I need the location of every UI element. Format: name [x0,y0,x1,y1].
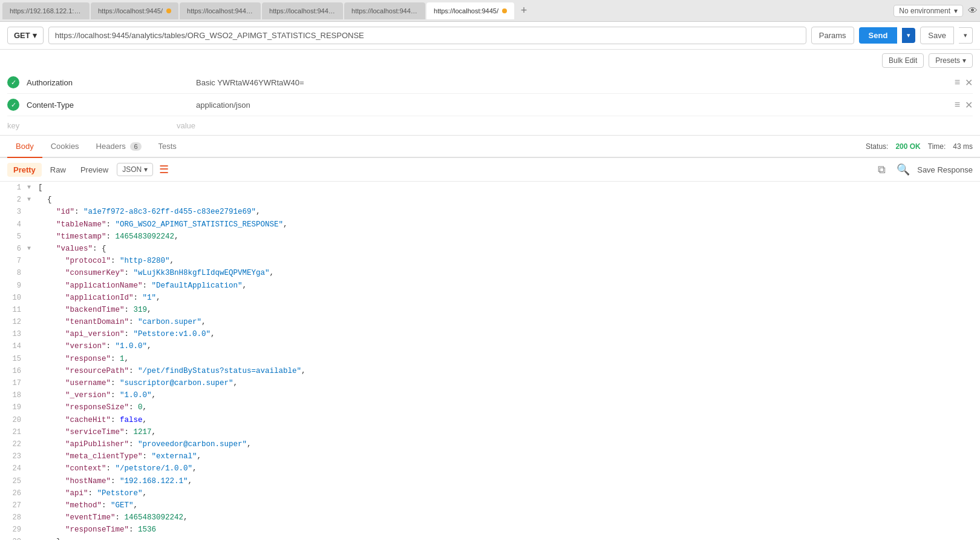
tab-6-dot [502,8,507,13]
send-dropdown-button[interactable]: ▾ [902,28,915,43]
method-label: GET [14,31,30,40]
bulk-edit-button[interactable]: Bulk Edit [882,53,924,68]
line-content-6: "values": { [37,243,980,255]
pretty-button[interactable]: Pretty [7,163,42,177]
method-selector[interactable]: GET ▾ [7,27,44,44]
line-number-26: 26 [0,487,27,499]
tabs-bar: https://192.168.122.1:824: https://local… [0,0,980,22]
copy-icon-button[interactable]: ⧉ [874,162,889,177]
line-arrow-27 [27,499,37,501]
save-dropdown-button[interactable]: ▾ [959,27,973,44]
line-content-20: "cacheHit": false, [37,414,980,426]
tab-5-label: https://localhost:9445/ana [351,7,418,15]
line-arrow-18 [27,389,37,390]
line-content-24: "context": "/petstore/1.0.0", [37,463,980,475]
code-line-8: 8 "consumerKey": "wLujKk3BnH8kgfLIdqwEQP… [0,267,980,279]
line-number-18: 18 [0,389,27,401]
line-arrow-11 [27,304,37,305]
code-line-5: 5 "timestamp": 1465483092242, [0,231,980,243]
line-arrow-8 [27,267,37,268]
code-line-22: 22 "apiPublisher": "proveedor@carbon.sup… [0,438,980,450]
line-content-3: "id": "a1e7f972-a8c3-62ff-d455-c83ee2791… [37,206,980,218]
content-type-check-icon[interactable]: ✓ [7,99,19,111]
raw-button[interactable]: Raw [44,163,72,177]
header-key-placeholder[interactable]: key [7,121,177,130]
code-line-24: 24 "context": "/petstore/1.0.0", [0,463,980,475]
content-type-close-icon[interactable]: ✕ [965,99,973,111]
line-arrow-1[interactable]: ▼ [27,182,37,193]
tabs-right: No environment ▾ 👁 [893,5,978,17]
env-selector[interactable]: No environment ▾ [893,5,963,17]
line-content-16: "resourcePath": "/pet/findByStatus?statu… [37,365,980,377]
time-label: Time: [928,142,946,151]
toolbar-right: ⧉ 🔍 Save Response [874,162,973,177]
line-arrow-30 [27,536,37,537]
tab-1[interactable]: https://192.168.122.1:824: [2,2,90,19]
header-value-placeholder[interactable]: value [177,121,195,130]
authorization-close-icon[interactable]: ✕ [965,77,973,88]
code-line-11: 11 "backendTime": 319, [0,304,980,316]
line-number-14: 14 [0,340,27,352]
code-line-4: 4 "tableName": "ORG_WSO2_APIMGT_STATISTI… [0,219,980,231]
tab-1-label: https://192.168.122.1:824: [10,7,82,15]
authorization-value: Basic YWRtaW46YWRtaW40= [196,78,955,87]
tab-4[interactable]: https://localhost:9445/ana [262,2,343,19]
tab-2-label: https://localhost:9445/ [98,7,163,15]
tab-tests[interactable]: Tests [150,136,185,158]
tab-body[interactable]: Body [7,136,42,158]
list-icon-button[interactable]: ☰ [155,162,172,177]
url-input[interactable] [48,27,806,44]
tab-6[interactable]: https://localhost:9445/ [426,2,514,19]
line-number-10: 10 [0,292,27,304]
line-arrow-12 [27,316,37,317]
code-line-13: 13 "api_version": "Petstore:v1.0.0", [0,328,980,340]
line-content-22: "apiPublisher": "proveedor@carbon.super"… [37,438,980,450]
tab-cookies[interactable]: Cookies [42,136,88,158]
add-tab-button[interactable]: + [515,2,532,19]
line-arrow-28 [27,512,37,513]
authorization-check-icon[interactable]: ✓ [7,76,19,88]
line-arrow-2[interactable]: ▼ [27,194,37,205]
json-chevron-icon: ▾ [144,165,148,174]
line-number-30: 30 [0,536,27,540]
tab-3-label: https://localhost:9445/ana [187,7,253,15]
line-number-6: 6 [0,243,27,255]
send-label: Send [869,31,888,40]
line-content-17: "username": "suscriptor@carbon.super", [37,377,980,389]
save-response-button[interactable]: Save Response [917,165,973,174]
line-content-13: "api_version": "Petstore:v1.0.0", [37,328,980,340]
tab-4-label: https://localhost:9445/ana [269,7,336,15]
tab-5[interactable]: https://localhost:9445/ana [344,2,425,19]
headers-section: Bulk Edit Presets ▾ ✓ Authorization Basi… [0,50,980,136]
content-type-value: application/json [196,100,955,110]
line-number-12: 12 [0,316,27,328]
tab-2[interactable]: https://localhost:9445/ [91,2,178,19]
line-arrow-6[interactable]: ▼ [27,243,37,254]
line-arrow-15 [27,353,37,354]
line-arrow-17 [27,377,37,378]
search-icon-button[interactable]: 🔍 [893,162,913,177]
line-number-3: 3 [0,206,27,218]
code-line-10: 10 "applicationId": "1", [0,292,980,304]
eye-icon[interactable]: 👁 [968,5,978,16]
presets-button[interactable]: Presets ▾ [929,53,973,68]
authorization-menu-icon[interactable]: ≡ [955,77,960,88]
tab-headers[interactable]: Headers 6 [88,136,150,158]
code-line-14: 14 "version": "1.0.0", [0,340,980,352]
line-number-21: 21 [0,426,27,438]
response-tabs-bar: Body Cookies Headers 6 Tests Status: 200… [0,136,980,158]
send-button[interactable]: Send [859,27,898,44]
line-arrow-23 [27,450,37,452]
status-code: 200 OK [895,142,920,151]
status-label: Status: [866,142,888,151]
header-empty-row: key value [7,116,973,135]
line-arrow-3 [27,206,37,207]
content-type-menu-icon[interactable]: ≡ [955,99,960,110]
preview-button[interactable]: Preview [74,163,114,177]
json-format-selector[interactable]: JSON ▾ [117,163,153,176]
save-button[interactable]: Save [920,27,954,44]
preview-label: Preview [80,165,108,174]
tab-3[interactable]: https://localhost:9445/ana [180,2,261,19]
params-button[interactable]: Params [811,27,854,44]
env-selector-label: No environment [899,7,950,15]
